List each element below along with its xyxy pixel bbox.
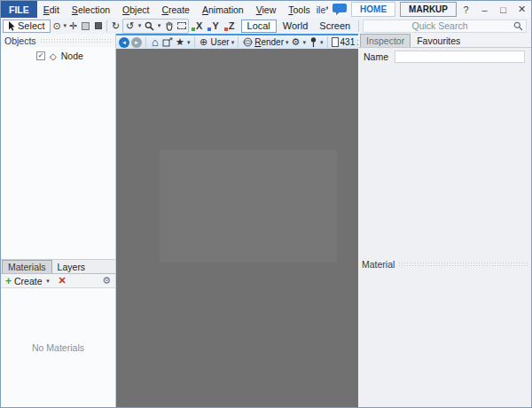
inspector-spacer (358, 66, 531, 257)
coord-world-button[interactable]: World (278, 20, 314, 33)
feedback-button[interactable] (328, 1, 351, 18)
materials-settings-gear-icon[interactable]: ⚙ (102, 275, 111, 286)
separator (106, 20, 107, 32)
objects-panel-header: Objects (1, 34, 115, 47)
axis-x-color-dot (192, 27, 195, 31)
name-field-row: Name (358, 48, 531, 66)
header-texture (398, 262, 528, 267)
quick-search-input[interactable] (366, 20, 513, 31)
window-title: NoNoname.file* - FinalMesh (317, 1, 328, 18)
orbit-camera-icon[interactable]: ↻ (110, 20, 121, 33)
navigation-tool-group: ↺ ▾ ▾ (122, 19, 189, 34)
create-material-button[interactable]: Create (14, 276, 43, 286)
menu-view[interactable]: View (250, 1, 283, 18)
chat-bubble-icon (332, 4, 347, 15)
nav-back-button[interactable]: ◄ (119, 37, 129, 48)
tab-home[interactable]: HOME (351, 2, 395, 17)
inspector-tabs: Inspector Favourites (358, 34, 531, 48)
materials-toolbar: + Create ▾ ✕ ⚙ (1, 273, 115, 288)
snap-dropdown-caret[interactable]: ▾ (64, 22, 67, 29)
menu-tools[interactable]: Tools (282, 1, 317, 18)
materials-layers-tabs: Materials Layers (1, 259, 115, 273)
create-dropdown-caret[interactable]: ▾ (45, 278, 51, 285)
render-sphere-icon (242, 35, 253, 49)
separator (238, 36, 239, 48)
axis-y-color-dot (207, 27, 211, 31)
tab-favourites[interactable]: Favourites (411, 35, 466, 47)
tab-materials[interactable]: Materials (2, 260, 52, 273)
coord-screen-button[interactable]: Screen (314, 20, 356, 33)
home-view-button[interactable]: ⌂ (150, 35, 160, 49)
no-materials-text: No Materials (32, 342, 84, 353)
favorite-views-star-icon[interactable]: ★ (175, 35, 185, 49)
name-input[interactable] (395, 51, 525, 63)
tree-row-node[interactable]: ✓ ◇ Node (1, 47, 115, 61)
viewport-toolbar: ◄ ► ⌂ ★ ▾ ⊕ User ▾ Render ▾ ⚙ (116, 34, 358, 49)
quick-search-area (359, 18, 531, 34)
fit-view-icon[interactable] (162, 35, 173, 49)
menu-create[interactable]: Create (155, 1, 196, 18)
plus-icon: + (5, 275, 12, 287)
viewport-page-preview (160, 150, 337, 263)
light-caret[interactable]: ▾ (320, 39, 324, 46)
tool-buttons: Select ⊙ ▾ ✛ ↻ ↺ ▾ ▾ (1, 18, 359, 34)
rotate-view-icon[interactable]: ↺ (124, 20, 136, 33)
maximize-button[interactable]: □ (494, 1, 512, 18)
axis-x-button[interactable]: X (190, 20, 205, 33)
node-diamond-icon: ◇ (50, 51, 57, 61)
zoom-region-icon[interactable] (176, 20, 187, 33)
left-panel: Objects ✓ ◇ Node Materials Layers + Crea… (1, 34, 116, 407)
right-panel: Inspector Favourites Name Material (358, 34, 531, 407)
tab-layers[interactable]: Layers (52, 261, 91, 273)
zoom-tool-icon[interactable] (144, 20, 155, 33)
user-view-dropdown[interactable]: User (211, 37, 230, 47)
viewport-settings-gear-icon[interactable]: ⚙ (290, 35, 301, 49)
menu-object[interactable]: Object (116, 1, 155, 18)
favorite-views-caret[interactable]: ▾ (187, 39, 191, 46)
globe-icon: ⊕ (199, 35, 209, 49)
minimize-button[interactable]: – (475, 1, 494, 18)
objects-tree[interactable]: ✓ ◇ Node (1, 47, 115, 259)
menu-animation[interactable]: Animation (196, 1, 250, 18)
zoom-tool-caret[interactable]: ▾ (156, 22, 162, 29)
pivot-tool-icon[interactable] (92, 20, 104, 33)
node-visibility-checkbox[interactable]: ✓ (36, 51, 45, 60)
close-button[interactable]: ✕ (512, 1, 531, 18)
help-button[interactable]: ? (457, 1, 475, 18)
delete-material-button[interactable]: ✕ (59, 275, 66, 286)
tab-markup[interactable]: MARKUP (400, 2, 457, 17)
scale-tool-icon[interactable] (80, 20, 91, 33)
app-window: FILE Edit Selection Object Create Animat… (0, 0, 532, 408)
quick-search-box[interactable] (363, 20, 527, 33)
select-tool-button[interactable]: Select (3, 20, 51, 33)
viewport-settings-caret[interactable]: ▾ (302, 39, 306, 46)
menu-file[interactable]: FILE (1, 1, 37, 18)
nav-forward-button[interactable]: ► (131, 37, 142, 48)
render-mode-dropdown[interactable]: Render (254, 37, 284, 47)
main-toolbar: Select ⊙ ▾ ✛ ↻ ↺ ▾ ▾ (1, 18, 531, 34)
snap-rotate-icon[interactable]: ⊙ (51, 20, 63, 33)
axis-z-color-dot (224, 27, 228, 31)
viewport-column: ◄ ► ⌂ ★ ▾ ⊕ User ▾ Render ▾ ⚙ (116, 34, 358, 407)
rotate-view-caret[interactable]: ▾ (137, 22, 143, 29)
render-mode-caret[interactable]: ▾ (286, 39, 289, 46)
page-size-icon (332, 37, 339, 47)
search-icon (513, 21, 523, 31)
material-header-label: Material (362, 259, 395, 270)
axis-y-button[interactable]: Y (206, 20, 221, 33)
titlebar: FILE Edit Selection Object Create Animat… (1, 1, 531, 18)
menu-edit[interactable]: Edit (37, 1, 66, 18)
menu-selection[interactable]: Selection (66, 1, 116, 18)
select-tool-label: Select (18, 20, 45, 31)
pan-hand-icon[interactable] (163, 20, 175, 33)
axis-z-button[interactable]: Z (223, 20, 238, 33)
objects-header-label: Objects (4, 35, 36, 46)
separator (145, 36, 146, 48)
user-view-caret[interactable]: ▾ (231, 39, 235, 46)
viewport-canvas[interactable] (116, 49, 358, 407)
move-tool-icon[interactable]: ✛ (67, 20, 79, 33)
tab-inspector[interactable]: Inspector (360, 34, 411, 47)
light-pin-icon[interactable] (308, 35, 318, 49)
coord-local-button[interactable]: Local (241, 20, 277, 33)
separator (194, 36, 195, 48)
